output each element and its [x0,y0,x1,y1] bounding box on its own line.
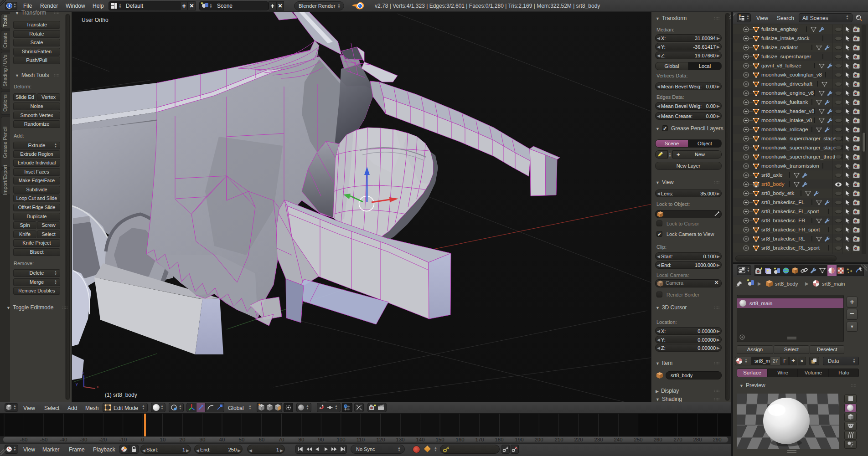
svg-text:y: y [76,382,78,386]
svg-text:(1) srt8_body: (1) srt8_body [105,392,137,398]
svg-text:z: z [82,370,84,375]
svg-text:User Ortho: User Ortho [82,17,108,23]
svg-text:x: x [97,384,99,389]
